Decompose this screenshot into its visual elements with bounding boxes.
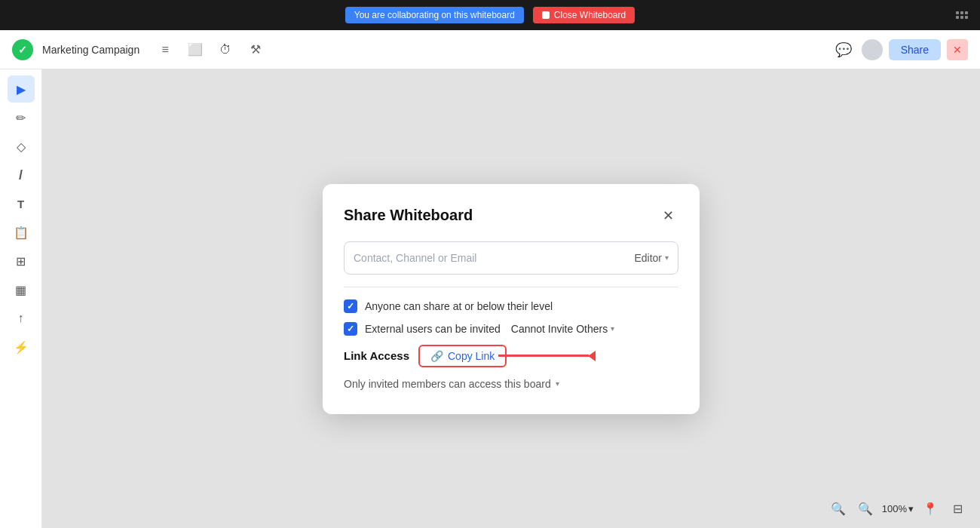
red-arrow bbox=[498, 351, 596, 361]
zoom-in-button[interactable]: 🔍 bbox=[855, 498, 876, 519]
sidebar-tool-sticky[interactable]: 📋 bbox=[8, 219, 35, 246]
copy-link-button[interactable]: 🔗 Copy Link bbox=[418, 345, 507, 367]
checkbox-row-1: ✓ Anyone can share at or below their lev… bbox=[344, 299, 678, 313]
sidebar-tool-text[interactable]: T bbox=[8, 190, 35, 217]
checkmark-icon-2: ✓ bbox=[347, 324, 354, 333]
modal-backdrop: Share Whiteboard ✕ Editor ▾ ✓ bbox=[42, 69, 980, 528]
grid-icon bbox=[956, 11, 968, 19]
editor-dropdown[interactable]: Editor ▾ bbox=[634, 252, 669, 264]
invite-input[interactable] bbox=[354, 252, 634, 264]
link-access-row: Link Access 🔗 Copy Link bbox=[344, 345, 678, 367]
checkbox-share-level[interactable]: ✓ bbox=[344, 299, 357, 313]
link-access-label: Link Access bbox=[344, 349, 409, 362]
zoom-out-button[interactable]: 🔍 bbox=[828, 498, 849, 519]
only-invited-row: Only invited members can access this boa… bbox=[344, 378, 678, 390]
share-button[interactable]: Share bbox=[889, 39, 941, 60]
close-x-button[interactable]: ✕ bbox=[947, 39, 968, 60]
sidebar-tool-pencil[interactable]: ✏ bbox=[8, 104, 35, 131]
canvas-area: Share Whiteboard ✕ Editor ▾ ✓ bbox=[42, 69, 980, 528]
main-area: ▶ ✏ ◇ / T 📋 ⊞ ▦ ↑ ⚡ Share Whiteboard ✕ bbox=[0, 69, 980, 528]
cannot-invite-dropdown[interactable]: Cannot Invite Others ▾ bbox=[511, 323, 614, 335]
timer-icon[interactable]: ⏱ bbox=[215, 39, 236, 60]
collab-badge: You are collaborating on this whiteboard bbox=[345, 7, 524, 23]
tools-icon[interactable]: ⚒ bbox=[245, 39, 266, 60]
toolbar-right: 💬 Share ✕ bbox=[831, 38, 968, 62]
board-title: Marketing Campaign bbox=[42, 44, 139, 56]
modal-close-button[interactable]: ✕ bbox=[657, 205, 678, 226]
sidebar-tool-cursor[interactable]: ▶ bbox=[8, 75, 35, 103]
present-icon[interactable]: ⬜ bbox=[185, 39, 206, 60]
checkmark-icon: ✓ bbox=[347, 302, 354, 311]
map-icon-button[interactable]: 📍 bbox=[920, 498, 941, 519]
sidebar-tool-frame[interactable]: ⊞ bbox=[8, 247, 35, 275]
checkbox-external[interactable]: ✓ bbox=[344, 322, 357, 336]
modal-header: Share Whiteboard ✕ bbox=[344, 205, 678, 226]
arrowhead-icon bbox=[588, 351, 596, 361]
app-logo: ✓ bbox=[12, 39, 33, 60]
topbar-right-area bbox=[956, 11, 968, 19]
zoom-level-dropdown[interactable]: 100% ▾ bbox=[882, 503, 914, 514]
close-btn-square-icon bbox=[542, 11, 550, 19]
link-icon: 🔗 bbox=[430, 350, 443, 362]
zoom-chevron-icon: ▾ bbox=[908, 503, 914, 514]
sidebar-tool-line[interactable]: / bbox=[8, 161, 35, 189]
close-whiteboard-button[interactable]: Close Whiteboard bbox=[533, 7, 635, 23]
panel-toggle-button[interactable]: ⊟ bbox=[947, 498, 968, 519]
comment-icon-button[interactable]: 💬 bbox=[831, 38, 856, 62]
sidebar-tool-upload[interactable]: ↑ bbox=[8, 305, 35, 332]
toolbar-row: ✓ Marketing Campaign ≡ ⬜ ⏱ ⚒ 💬 Share ✕ bbox=[0, 30, 980, 69]
cannot-invite-chevron-icon: ▾ bbox=[611, 324, 614, 333]
sidebar-tool-table[interactable]: ▦ bbox=[8, 276, 35, 303]
arrow-line bbox=[498, 355, 589, 357]
sidebar-tool-shapes[interactable]: ◇ bbox=[8, 133, 35, 160]
invite-row: Editor ▾ bbox=[344, 241, 678, 275]
share-modal: Share Whiteboard ✕ Editor ▾ ✓ bbox=[323, 184, 700, 414]
menu-icon[interactable]: ≡ bbox=[155, 39, 176, 60]
modal-title: Share Whiteboard bbox=[344, 207, 473, 224]
link-access-container: Link Access 🔗 Copy Link bbox=[344, 345, 678, 367]
sidebar-tool-connector[interactable]: ⚡ bbox=[8, 333, 35, 361]
divider-1 bbox=[344, 287, 678, 287]
avatar bbox=[862, 39, 883, 60]
only-invited-chevron-icon: ▾ bbox=[556, 379, 559, 388]
checkbox-share-label: Anyone can share at or below their level bbox=[365, 300, 553, 312]
chevron-down-icon: ▾ bbox=[665, 253, 669, 262]
left-sidebar: ▶ ✏ ◇ / T 📋 ⊞ ▦ ↑ ⚡ bbox=[0, 69, 42, 528]
bottom-right-controls: 🔍 🔍 100% ▾ 📍 ⊟ bbox=[828, 498, 968, 519]
top-bar: You are collaborating on this whiteboard… bbox=[0, 0, 980, 30]
checkbox-row-2: ✓ External users can be invited Cannot I… bbox=[344, 322, 678, 336]
checkbox-external-label: External users can be invited bbox=[365, 323, 501, 335]
